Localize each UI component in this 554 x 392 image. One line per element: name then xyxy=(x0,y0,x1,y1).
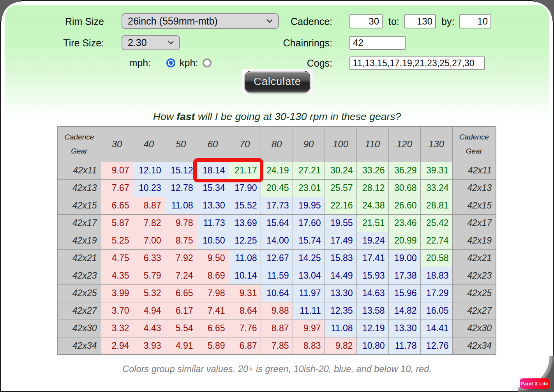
gear-cell: 42x13 xyxy=(452,179,496,197)
speed-cell: 10.50 xyxy=(197,232,229,249)
speed-cell: 14.25 xyxy=(293,249,325,267)
speed-cell: 12.76 xyxy=(420,337,452,355)
speed-cell: 9.88 xyxy=(261,302,293,320)
speed-cell: 7.67 xyxy=(101,179,133,197)
speed-cell: 20.99 xyxy=(388,232,420,249)
speed-cell: 7.85 xyxy=(261,337,293,355)
cadence-to-input[interactable] xyxy=(404,14,436,28)
speed-cell: 6.33 xyxy=(133,249,165,267)
gear-cell: 42x34 xyxy=(452,337,496,355)
speed-cell: 5.54 xyxy=(165,320,197,337)
speed-cell: 11.08 xyxy=(325,320,356,337)
tire-size-value: 2.30 xyxy=(128,37,147,48)
speed-cell: 13.58 xyxy=(356,302,388,320)
speed-cell: 9.78 xyxy=(165,214,197,232)
page-heading: How fast will I be going at 30-130 rpm i… xyxy=(0,111,554,123)
speed-cell: 4.75 xyxy=(101,249,133,267)
speed-cell: 3.32 xyxy=(101,320,133,337)
gear-cell: 42x11 xyxy=(57,162,101,179)
gear-cell: 42x17 xyxy=(452,214,496,232)
gear-cell: 42x15 xyxy=(452,197,496,214)
mph-label: mph: xyxy=(129,57,151,69)
table-row: 42x175.877.829.7811.7313.6915.6417.6019.… xyxy=(57,214,496,232)
speed-cell: 12.78 xyxy=(165,179,197,197)
mph-radio[interactable] xyxy=(166,58,175,67)
speed-cell: 15.52 xyxy=(229,197,261,214)
speed-cell: 17.73 xyxy=(261,197,293,214)
speed-cell: 11.73 xyxy=(197,214,229,232)
gear-cell: 42x25 xyxy=(452,284,496,302)
speed-cell: 20.58 xyxy=(420,249,452,267)
gear-cell: 42x25 xyxy=(57,284,101,302)
speed-cell: 13.69 xyxy=(229,214,261,232)
gear-cell: 42x30 xyxy=(57,320,101,337)
cadence-header-cell: 110 xyxy=(356,127,388,162)
rim-size-select[interactable]: 26inch (559mm-mtb) xyxy=(122,13,279,29)
speed-cell: 13.04 xyxy=(293,267,325,284)
speed-cell: 6.65 xyxy=(101,197,133,214)
speed-cell: 14.82 xyxy=(388,302,420,320)
calculate-button-frame: Calculate xyxy=(242,69,312,94)
kph-label: kph: xyxy=(180,57,198,69)
table-row: 42x253.995.326.657.989.3110.6411.9713.30… xyxy=(57,284,496,302)
chainrings-input[interactable] xyxy=(349,36,406,50)
cadence-header-cell: 40 xyxy=(133,127,165,162)
speed-cell: 9.97 xyxy=(293,320,325,337)
gear-cell: 42x23 xyxy=(452,267,496,284)
speed-cell: 17.90 xyxy=(229,179,261,197)
speed-cell: 39.31 xyxy=(420,162,452,179)
speed-cell: 7.98 xyxy=(197,284,229,302)
table-row: 42x119.0712.1015.1218.1421.1724.1927.213… xyxy=(57,162,496,179)
calculate-button[interactable]: Calculate xyxy=(245,71,310,92)
speed-cell: 14.49 xyxy=(325,267,356,284)
cadence-gear-corner-cell: CadenceGear xyxy=(452,127,496,162)
rim-size-value: 26inch (559mm-mtb) xyxy=(128,16,218,27)
gear-cell: 42x19 xyxy=(452,232,496,249)
color-legend-note: Colors group similar values. 20+ is gree… xyxy=(0,364,554,374)
speed-cell: 3.70 xyxy=(101,302,133,320)
speed-cell: 11.59 xyxy=(261,267,293,284)
speed-cell: 13.30 xyxy=(325,284,356,302)
speed-cell: 27.21 xyxy=(293,162,325,179)
speed-cell: 24.19 xyxy=(261,162,293,179)
speed-cell: 11.97 xyxy=(293,284,325,302)
speed-cell: 14.63 xyxy=(356,284,388,302)
cogs-input[interactable] xyxy=(349,57,485,70)
speed-cell: 12.35 xyxy=(325,302,356,320)
gear-cell: 42x13 xyxy=(57,179,101,197)
speed-cell: 3.99 xyxy=(101,284,133,302)
table-row: 42x156.658.8711.0813.3015.5217.7319.9522… xyxy=(57,197,496,214)
paintx-watermark: Paint X Lite xyxy=(520,378,549,389)
tire-size-select[interactable]: 2.30 xyxy=(122,35,180,50)
cadence-header-cell: 50 xyxy=(165,127,197,162)
speed-cell: 15.74 xyxy=(293,232,325,249)
speed-cell: 12.19 xyxy=(356,320,388,337)
speed-cell: 28.81 xyxy=(420,197,452,214)
gear-cell: 42x27 xyxy=(452,302,496,320)
cadence-from-input[interactable] xyxy=(349,14,383,28)
speed-cell: 5.79 xyxy=(133,267,165,284)
table-header-row: CadenceGear30405060708090100110120130Cad… xyxy=(57,127,496,162)
cadence-by-input[interactable] xyxy=(459,14,491,28)
gear-cell: 42x21 xyxy=(452,249,496,267)
speed-cell: 17.60 xyxy=(293,214,325,232)
speed-cell: 30.68 xyxy=(388,179,420,197)
speed-cell: 4.35 xyxy=(101,267,133,284)
speed-cell: 4.94 xyxy=(133,302,165,320)
table-row: 42x195.257.008.7510.5012.2514.0015.7417.… xyxy=(57,232,496,249)
kph-radio[interactable] xyxy=(203,58,212,67)
gear-cell: 42x27 xyxy=(57,302,101,320)
speed-cell: 13.30 xyxy=(197,197,229,214)
speed-cell: 15.83 xyxy=(325,249,356,267)
table-row: 42x273.704.946.177.418.649.8811.1112.351… xyxy=(57,302,496,320)
speed-cell: 8.69 xyxy=(197,267,229,284)
table-row: 42x303.324.435.546.657.768.879.9711.0812… xyxy=(57,320,496,337)
speed-cell: 12.25 xyxy=(229,232,261,249)
tire-size-label: Tire Size: xyxy=(63,37,104,49)
speed-cell: 17.49 xyxy=(325,232,356,249)
speed-cell: 15.12 xyxy=(165,162,197,179)
table-row: 42x137.6710.2312.7815.3417.9020.4523.012… xyxy=(57,179,496,197)
speed-cell: 4.91 xyxy=(165,337,197,355)
speed-cell: 11.78 xyxy=(388,337,420,355)
cadence-header-cell: 70 xyxy=(229,127,261,162)
